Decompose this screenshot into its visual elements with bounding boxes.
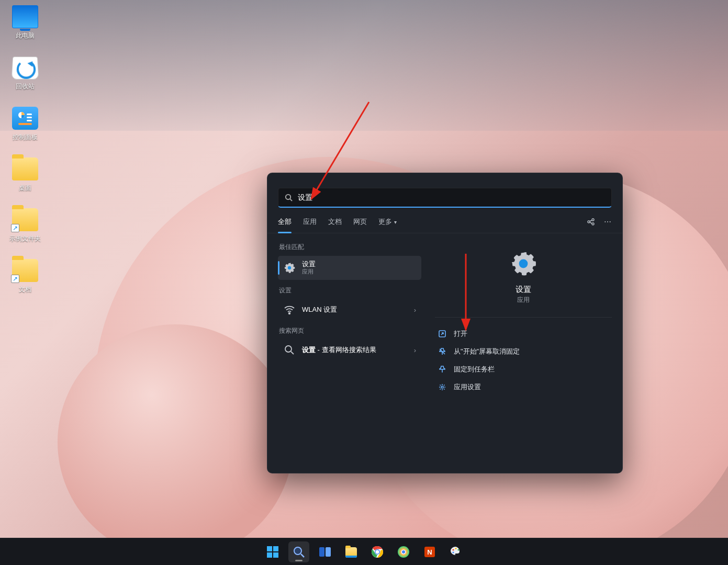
action-label: 固定到任务栏 <box>454 365 495 374</box>
action-label: 打开 <box>454 329 467 338</box>
recycle-bin-icon <box>11 56 39 80</box>
tab-web[interactable]: 网页 <box>353 217 367 233</box>
taskbar-search-button[interactable] <box>288 541 309 562</box>
result-title: 设置 <box>302 260 416 268</box>
tab-documents[interactable]: 文档 <box>328 217 342 233</box>
preview-subtitle: 应用 <box>517 296 530 304</box>
section-title-settings: 设置 <box>279 286 421 295</box>
action-open[interactable]: 打开 <box>435 325 612 343</box>
section-title-best-match: 最佳匹配 <box>279 243 421 252</box>
result-search-web[interactable]: 设置 - 查看网络搜索结果 › <box>278 340 421 360</box>
desktop-icon-sample-folder[interactable]: ↗ 示例文件夹 <box>5 208 44 243</box>
svg-rect-3 <box>27 120 32 121</box>
taskbar-start-button[interactable] <box>262 541 283 562</box>
desktop-icon-desktop-folder[interactable]: 桌面 <box>5 157 44 193</box>
svg-point-20 <box>441 386 443 388</box>
svg-point-27 <box>294 547 301 555</box>
result-title: 设置 - 查看网络搜索结果 <box>302 346 408 354</box>
preview-title: 设置 <box>516 285 531 295</box>
action-pin-taskbar[interactable]: 固定到任务栏 <box>435 360 612 378</box>
svg-point-9 <box>592 223 594 225</box>
tab-all[interactable]: 全部 <box>278 217 292 233</box>
search-icon <box>285 194 293 201</box>
result-wlan-settings[interactable]: WLAN 设置 › <box>278 299 421 320</box>
svg-point-39 <box>452 549 454 550</box>
taskbar: N <box>0 538 728 565</box>
svg-point-5 <box>286 195 290 199</box>
tab-label: 更多 <box>378 218 392 225</box>
tab-apps[interactable]: 应用 <box>303 217 317 233</box>
search-results-column: 最佳匹配 设置 应用 设置 WLAN 设置 › 搜索 <box>267 233 424 468</box>
share-icon[interactable] <box>587 218 595 226</box>
gear-icon <box>283 262 296 274</box>
unpin-icon <box>438 347 446 356</box>
desktop-icon-label: 此电脑 <box>5 31 44 40</box>
shortcut-overlay-icon: ↗ <box>11 275 19 283</box>
taskbar-chrome-canary-button[interactable] <box>393 541 414 562</box>
taskbar-task-view-button[interactable] <box>315 541 335 562</box>
svg-point-33 <box>375 550 379 553</box>
result-subtitle: 应用 <box>302 268 416 276</box>
desktop-icon-label: 回收站 <box>5 82 44 91</box>
tab-more[interactable]: 更多▾ <box>378 217 397 233</box>
taskbar-office-button[interactable]: N <box>419 541 440 562</box>
svg-rect-4 <box>18 123 32 125</box>
start-search-popup: 全部 应用 文档 网页 更多▾ ⋯ 最佳匹配 设置 应用 设置 <box>267 173 623 473</box>
svg-point-42 <box>452 551 454 553</box>
action-unpin-start[interactable]: 从"开始"屏幕取消固定 <box>435 343 612 360</box>
more-icon[interactable]: ⋯ <box>603 218 612 226</box>
pin-icon <box>438 365 446 374</box>
svg-rect-29 <box>319 547 324 557</box>
desktop-icon-control-panel[interactable]: 控制面板 <box>5 107 44 142</box>
chevron-right-icon: › <box>414 306 416 314</box>
svg-line-6 <box>290 199 292 201</box>
svg-line-11 <box>590 222 592 223</box>
result-title: WLAN 设置 <box>302 306 408 314</box>
svg-point-8 <box>592 219 594 221</box>
svg-line-10 <box>590 220 592 221</box>
wallpaper-dark-overlay <box>0 0 728 131</box>
svg-rect-26 <box>273 552 278 558</box>
search-box[interactable] <box>278 188 612 208</box>
section-title-search-web: 搜索网页 <box>279 326 421 335</box>
wallpaper-shape <box>58 324 293 560</box>
svg-point-17 <box>519 259 528 268</box>
search-icon <box>283 344 296 356</box>
chevron-down-icon: ▾ <box>394 219 397 225</box>
desktop-icon-label: 示例文件夹 <box>5 234 44 243</box>
svg-point-13 <box>288 266 291 269</box>
folder-icon <box>12 157 38 180</box>
taskbar-chrome-button[interactable] <box>367 541 388 562</box>
open-icon <box>438 330 446 338</box>
svg-point-14 <box>289 313 290 314</box>
desktop-icon-label: 控制面板 <box>5 133 44 142</box>
svg-rect-2 <box>27 117 32 118</box>
svg-point-41 <box>457 549 459 550</box>
svg-point-7 <box>588 221 590 223</box>
svg-point-36 <box>402 550 405 553</box>
shortcut-overlay-icon: ↗ <box>11 224 19 232</box>
gear-icon <box>509 249 538 278</box>
search-tabs: 全部 应用 文档 网页 更多▾ ⋯ <box>267 208 622 233</box>
svg-line-16 <box>291 352 294 354</box>
taskbar-file-explorer-button[interactable] <box>341 541 362 562</box>
monitor-icon <box>12 5 38 28</box>
search-input[interactable] <box>298 194 605 202</box>
wifi-icon <box>283 303 296 316</box>
taskbar-paint-button[interactable] <box>445 541 466 562</box>
svg-rect-30 <box>326 547 331 557</box>
desktop-icon-this-pc[interactable]: 此电脑 <box>5 5 44 40</box>
svg-rect-24 <box>273 546 278 551</box>
action-app-settings[interactable]: 应用设置 <box>435 378 612 396</box>
svg-line-28 <box>301 554 304 557</box>
svg-point-40 <box>455 547 456 549</box>
result-best-match-settings[interactable]: 设置 应用 <box>278 256 421 280</box>
action-label: 从"开始"屏幕取消固定 <box>454 347 520 356</box>
svg-text:N: N <box>427 548 432 556</box>
desktop-icon-label: 文档 <box>5 285 44 294</box>
desktop-icon-documents-folder[interactable]: ↗ 文档 <box>5 259 44 294</box>
desktop-icon-recycle-bin[interactable]: 回收站 <box>5 56 44 91</box>
search-preview-column: 设置 应用 打开 从"开始"屏幕取消固定 固定到任务栏 应用设 <box>424 233 622 468</box>
control-panel-icon <box>12 107 38 130</box>
desktop-icon-label: 桌面 <box>5 184 44 193</box>
